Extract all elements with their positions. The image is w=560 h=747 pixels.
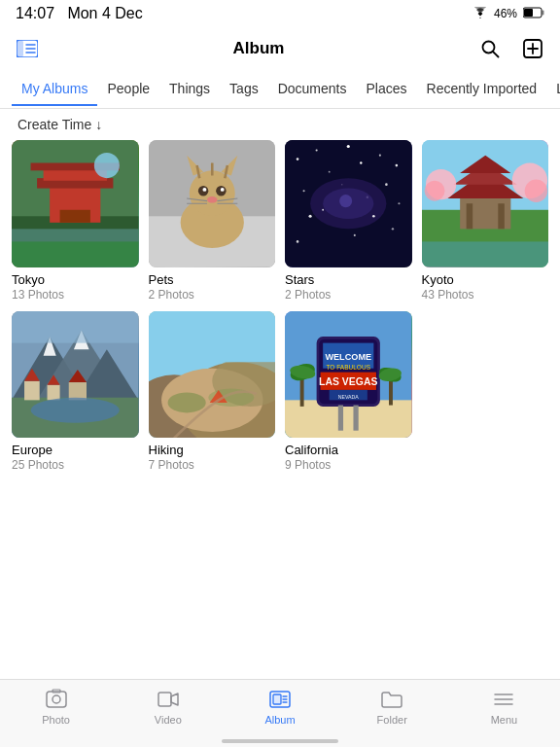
svg-point-26 [189,170,234,216]
album-thumb-europe [12,311,139,439]
albums-grid: Tokyo 13 Photos [0,140,560,483]
add-album-button[interactable] [517,33,548,64]
svg-point-89 [31,397,120,422]
svg-point-53 [309,215,312,218]
battery-icon [523,7,544,21]
svg-point-74 [524,179,546,201]
page-title: Album [233,39,285,58]
svg-point-50 [303,190,305,192]
bottom-tab-folder[interactable]: Folder [336,688,448,726]
tab-people[interactable]: People [97,73,159,106]
folder-icon [380,688,403,711]
status-time: 14:07 [16,5,54,21]
sidebar-toggle-button[interactable] [12,33,43,64]
sort-row[interactable]: Create Time ↓ [0,109,560,140]
svg-point-32 [220,188,224,192]
album-item-stars[interactable]: Stars 2 Photos [285,140,412,302]
tab-tags[interactable]: Tags [220,73,268,106]
album-count-hiking: 7 Photos [149,458,276,472]
album-item-hiking[interactable]: Hiking 7 Photos [149,311,276,473]
svg-point-46 [396,164,399,167]
status-right: 46% [472,7,544,21]
svg-text:TO FABULOUS: TO FABULOUS [326,364,370,371]
svg-point-52 [398,202,400,204]
tab-recently-imported[interactable]: Recently Imported [417,73,547,106]
tab-live-photos[interactable]: Live Photos [546,73,560,106]
bottom-tab-video-label: Video [155,714,182,726]
svg-rect-119 [47,692,66,707]
svg-point-48 [360,161,362,163]
header: Album [0,27,560,70]
svg-rect-83 [24,380,40,400]
tab-things[interactable]: Things [159,73,220,106]
album-thumb-kyoto [422,140,549,267]
bottom-tab-photo-label: Photo [42,714,70,726]
svg-point-47 [329,171,331,173]
svg-point-62 [392,228,394,230]
album-count-stars: 2 Photos [285,288,412,302]
svg-point-96 [167,392,205,412]
svg-rect-125 [273,694,281,704]
sort-label: Create Time [18,117,91,132]
album-count-europe: 25 Photos [12,458,139,472]
album-item-pets[interactable]: Pets 2 Photos [149,140,276,302]
photo-icon [45,688,68,711]
svg-rect-111 [338,405,343,430]
wifi-icon [472,7,488,21]
svg-point-61 [297,240,299,243]
bottom-tab-photo[interactable]: Photo [0,688,112,726]
header-actions [474,33,548,64]
bottom-tab-menu[interactable]: Menu [448,688,560,726]
svg-rect-70 [498,203,505,229]
svg-point-45 [379,155,381,157]
bottom-tab-album-label: Album [264,714,295,726]
album-name-pets: Pets [149,272,276,287]
menu-dots-icon [492,688,515,711]
album-thumb-hiking [149,311,276,439]
svg-rect-90 [12,311,139,343]
svg-line-9 [493,52,499,57]
svg-point-31 [202,188,206,192]
svg-rect-2 [524,9,533,17]
bottom-tab-album[interactable]: Album [224,688,335,726]
svg-point-72 [424,181,444,201]
video-icon [157,688,180,711]
album-name-kyoto: Kyoto [422,272,549,287]
search-button[interactable] [474,33,506,64]
svg-point-42 [297,158,299,160]
bottom-tab-menu-label: Menu [491,714,518,726]
album-count-kyoto: 43 Photos [422,288,549,302]
album-item-tokyo[interactable]: Tokyo 13 Photos [12,140,139,302]
album-thumb-california: WELCOME TO FABULOUS LAS VEGAS NEVADA [285,311,412,439]
album-item-europe[interactable]: Europe 25 Photos [12,311,139,473]
svg-rect-98 [149,311,276,362]
svg-rect-112 [353,405,358,430]
svg-rect-4 [17,40,23,57]
tab-places[interactable]: Places [356,73,416,106]
svg-point-43 [316,149,318,151]
album-thumb-stars [285,140,412,267]
battery-percent: 46% [494,7,517,20]
svg-rect-19 [60,210,90,223]
album-item-kyoto[interactable]: Kyoto 43 Photos [422,140,549,302]
svg-point-49 [385,183,388,186]
svg-rect-85 [48,384,60,400]
svg-point-60 [354,234,356,236]
tab-documents[interactable]: Documents [268,73,357,106]
album-thumb-pets [149,140,276,267]
svg-point-33 [207,196,217,203]
album-item-california[interactable]: WELCOME TO FABULOUS LAS VEGAS NEVADA [285,311,412,473]
svg-rect-75 [422,241,549,267]
album-name-hiking: Hiking [149,443,276,457]
svg-rect-1 [542,10,544,15]
svg-text:LAS VEGAS: LAS VEGAS [319,375,377,386]
status-time-date: 14:07 Mon 4 Dec [16,5,143,22]
svg-point-58 [322,209,324,211]
svg-rect-22 [12,241,139,267]
status-date: Mon 4 Dec [67,5,142,21]
bottom-tab-folder-label: Folder [377,714,407,726]
bottom-tab-video[interactable]: Video [112,688,224,726]
album-thumb-tokyo [12,140,139,267]
tab-my-albums[interactable]: My Albums [12,73,97,106]
sort-arrow-icon: ↓ [95,117,102,132]
